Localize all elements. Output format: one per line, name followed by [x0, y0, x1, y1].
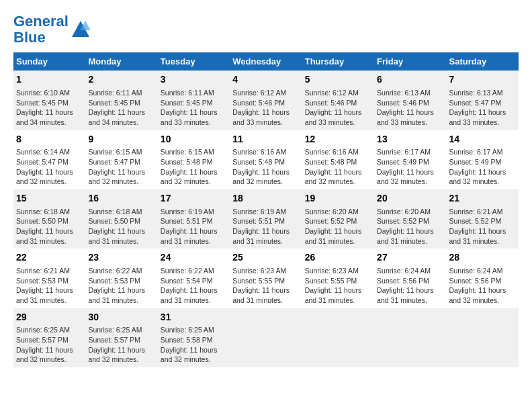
day-info: Sunrise: 6:25 AM Sunset: 5:57 PM Dayligh…: [16, 325, 83, 365]
day-cell: 29Sunrise: 6:25 AM Sunset: 5:57 PM Dayli…: [13, 308, 85, 367]
week-row-3: 15Sunrise: 6:18 AM Sunset: 5:50 PM Dayli…: [13, 189, 519, 248]
day-number: 25: [232, 251, 299, 265]
week-row-2: 8Sunrise: 6:14 AM Sunset: 5:47 PM Daylig…: [13, 130, 519, 189]
day-info: Sunrise: 6:14 AM Sunset: 5:47 PM Dayligh…: [16, 147, 83, 187]
day-cell: 18Sunrise: 6:19 AM Sunset: 5:51 PM Dayli…: [230, 189, 302, 248]
day-cell: 28Sunrise: 6:24 AM Sunset: 5:56 PM Dayli…: [447, 248, 519, 308]
day-cell: 17Sunrise: 6:19 AM Sunset: 5:51 PM Dayli…: [158, 189, 230, 248]
day-info: Sunrise: 6:21 AM Sunset: 5:52 PM Dayligh…: [449, 207, 516, 246]
day-cell: 2Sunrise: 6:11 AM Sunset: 5:45 PM Daylig…: [85, 71, 157, 130]
day-number: 24: [161, 251, 227, 265]
day-cell: 14Sunrise: 6:17 AM Sunset: 5:49 PM Dayli…: [447, 130, 519, 189]
header-monday: Monday: [85, 52, 157, 71]
day-info: Sunrise: 6:20 AM Sunset: 5:52 PM Dayligh…: [377, 207, 443, 246]
logo-text: GeneralBlue: [13, 13, 69, 46]
day-cell: 31Sunrise: 6:25 AM Sunset: 5:58 PM Dayli…: [158, 308, 230, 367]
day-number: 2: [88, 73, 154, 87]
calendar-header-row: SundayMondayTuesdayWednesdayThursdayFrid…: [13, 52, 519, 71]
header-saturday: Saturday: [447, 52, 519, 71]
day-cell: 7Sunrise: 6:13 AM Sunset: 5:47 PM Daylig…: [447, 71, 519, 130]
day-number: 13: [377, 133, 443, 146]
day-cell: 21Sunrise: 6:21 AM Sunset: 5:52 PM Dayli…: [447, 189, 519, 248]
day-cell: [447, 308, 519, 367]
day-info: Sunrise: 6:19 AM Sunset: 5:51 PM Dayligh…: [161, 207, 227, 246]
day-number: 12: [305, 133, 371, 146]
day-info: Sunrise: 6:16 AM Sunset: 5:48 PM Dayligh…: [232, 147, 299, 187]
day-number: 5: [305, 73, 371, 87]
day-cell: 22Sunrise: 6:21 AM Sunset: 5:53 PM Dayli…: [13, 248, 85, 308]
day-cell: 19Sunrise: 6:20 AM Sunset: 5:52 PM Dayli…: [302, 189, 374, 248]
day-info: Sunrise: 6:25 AM Sunset: 5:57 PM Dayligh…: [88, 325, 154, 365]
day-number: 26: [305, 251, 371, 265]
week-row-4: 22Sunrise: 6:21 AM Sunset: 5:53 PM Dayli…: [13, 248, 519, 308]
day-cell: 6Sunrise: 6:13 AM Sunset: 5:46 PM Daylig…: [374, 71, 446, 130]
day-number: 21: [449, 192, 516, 205]
day-number: 16: [88, 192, 154, 205]
day-cell: 25Sunrise: 6:23 AM Sunset: 5:55 PM Dayli…: [230, 248, 302, 308]
day-number: 14: [449, 133, 516, 146]
day-cell: 20Sunrise: 6:20 AM Sunset: 5:52 PM Dayli…: [374, 189, 446, 248]
day-number: 30: [88, 311, 154, 324]
day-number: 7: [449, 73, 516, 87]
week-row-1: 1Sunrise: 6:10 AM Sunset: 5:45 PM Daylig…: [13, 71, 519, 130]
day-info: Sunrise: 6:10 AM Sunset: 5:45 PM Dayligh…: [16, 88, 83, 128]
day-info: Sunrise: 6:17 AM Sunset: 5:49 PM Dayligh…: [377, 147, 443, 187]
day-number: 19: [305, 192, 371, 205]
day-cell: 11Sunrise: 6:16 AM Sunset: 5:48 PM Dayli…: [230, 130, 302, 189]
header-tuesday: Tuesday: [158, 52, 230, 71]
day-cell: 24Sunrise: 6:22 AM Sunset: 5:54 PM Dayli…: [158, 248, 230, 308]
day-cell: 3Sunrise: 6:11 AM Sunset: 5:45 PM Daylig…: [158, 71, 230, 130]
day-cell: 16Sunrise: 6:18 AM Sunset: 5:50 PM Dayli…: [85, 189, 157, 248]
day-number: 17: [161, 192, 227, 205]
day-info: Sunrise: 6:23 AM Sunset: 5:55 PM Dayligh…: [305, 266, 371, 306]
day-number: 6: [377, 73, 443, 87]
day-cell: 26Sunrise: 6:23 AM Sunset: 5:55 PM Dayli…: [302, 248, 374, 308]
day-cell: 13Sunrise: 6:17 AM Sunset: 5:49 PM Dayli…: [374, 130, 446, 189]
day-info: Sunrise: 6:13 AM Sunset: 5:46 PM Dayligh…: [377, 88, 443, 128]
day-info: Sunrise: 6:22 AM Sunset: 5:53 PM Dayligh…: [88, 266, 154, 306]
day-number: 23: [88, 251, 154, 265]
day-number: 4: [232, 73, 299, 87]
day-info: Sunrise: 6:11 AM Sunset: 5:45 PM Dayligh…: [88, 88, 154, 128]
day-cell: 9Sunrise: 6:15 AM Sunset: 5:47 PM Daylig…: [85, 130, 157, 189]
day-info: Sunrise: 6:15 AM Sunset: 5:48 PM Dayligh…: [161, 147, 227, 187]
day-info: Sunrise: 6:12 AM Sunset: 5:46 PM Dayligh…: [232, 88, 299, 128]
day-number: 10: [161, 133, 227, 146]
day-info: Sunrise: 6:18 AM Sunset: 5:50 PM Dayligh…: [16, 207, 83, 246]
day-number: 8: [16, 133, 83, 146]
day-cell: [230, 308, 302, 367]
day-cell: 12Sunrise: 6:16 AM Sunset: 5:48 PM Dayli…: [302, 130, 374, 189]
day-cell: [302, 308, 374, 367]
day-info: Sunrise: 6:12 AM Sunset: 5:46 PM Dayligh…: [305, 88, 371, 128]
day-info: Sunrise: 6:20 AM Sunset: 5:52 PM Dayligh…: [305, 207, 371, 246]
day-number: 31: [161, 311, 227, 324]
day-cell: 5Sunrise: 6:12 AM Sunset: 5:46 PM Daylig…: [302, 71, 374, 130]
day-number: 28: [449, 251, 516, 265]
day-cell: 23Sunrise: 6:22 AM Sunset: 5:53 PM Dayli…: [85, 248, 157, 308]
day-info: Sunrise: 6:15 AM Sunset: 5:47 PM Dayligh…: [88, 147, 154, 187]
day-number: 11: [232, 133, 299, 146]
day-number: 18: [232, 192, 299, 205]
header-wednesday: Wednesday: [230, 52, 302, 71]
day-cell: 4Sunrise: 6:12 AM Sunset: 5:46 PM Daylig…: [230, 71, 302, 130]
calendar-table: SundayMondayTuesdayWednesdayThursdayFrid…: [13, 52, 519, 367]
header-thursday: Thursday: [302, 52, 374, 71]
header-friday: Friday: [374, 52, 446, 71]
day-info: Sunrise: 6:11 AM Sunset: 5:45 PM Dayligh…: [161, 88, 227, 128]
day-number: 27: [377, 251, 443, 265]
header-sunday: Sunday: [13, 52, 85, 71]
day-info: Sunrise: 6:17 AM Sunset: 5:49 PM Dayligh…: [449, 147, 516, 187]
week-row-5: 29Sunrise: 6:25 AM Sunset: 5:57 PM Dayli…: [13, 308, 519, 367]
day-number: 29: [16, 311, 83, 324]
day-number: 15: [16, 192, 83, 205]
logo-icon: [71, 19, 91, 40]
day-number: 1: [16, 73, 83, 87]
day-info: Sunrise: 6:16 AM Sunset: 5:48 PM Dayligh…: [305, 147, 371, 187]
day-cell: 27Sunrise: 6:24 AM Sunset: 5:56 PM Dayli…: [374, 248, 446, 308]
day-info: Sunrise: 6:21 AM Sunset: 5:53 PM Dayligh…: [16, 266, 83, 306]
day-cell: 8Sunrise: 6:14 AM Sunset: 5:47 PM Daylig…: [13, 130, 85, 189]
day-info: Sunrise: 6:25 AM Sunset: 5:58 PM Dayligh…: [161, 325, 227, 365]
day-info: Sunrise: 6:23 AM Sunset: 5:55 PM Dayligh…: [232, 266, 299, 306]
day-cell: 10Sunrise: 6:15 AM Sunset: 5:48 PM Dayli…: [158, 130, 230, 189]
day-cell: 30Sunrise: 6:25 AM Sunset: 5:57 PM Dayli…: [85, 308, 157, 367]
